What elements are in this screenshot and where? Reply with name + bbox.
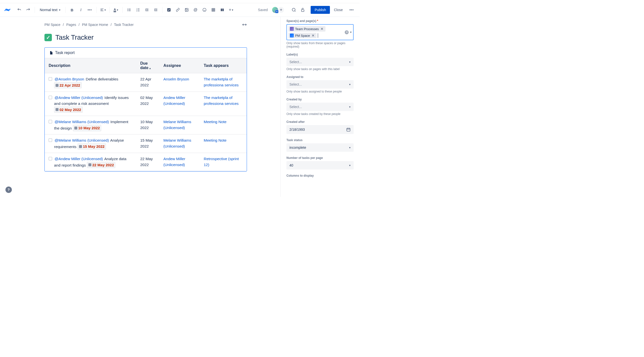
user-mention[interactable]: Andew Miller (Unlicensed) bbox=[54, 95, 104, 100]
undo-button[interactable] bbox=[15, 6, 23, 14]
task-checkbox[interactable] bbox=[49, 120, 52, 123]
numbered-list-button[interactable]: 123 bbox=[134, 6, 142, 14]
page-width-toggle[interactable] bbox=[242, 23, 247, 27]
assigned-to-select[interactable]: Select...▾ bbox=[286, 80, 354, 89]
task-appears-link[interactable]: Retrospective (sprint 12) bbox=[204, 157, 239, 167]
due-date-cell: 22 May 2022 bbox=[136, 153, 160, 171]
macro-title: Task report bbox=[55, 50, 74, 55]
svg-point-0 bbox=[128, 9, 128, 9]
bold-button[interactable]: B bbox=[68, 6, 76, 14]
table-row: Melane Williams (Unlicensed) Implement t… bbox=[45, 116, 247, 134]
due-date-cell: 22 Apr 2022 bbox=[136, 73, 160, 92]
action-item-button[interactable] bbox=[165, 6, 173, 14]
task-report-macro[interactable]: Task report Description Due date▲ Assign… bbox=[44, 47, 247, 171]
user-mention[interactable]: Andew Miller (Unlicensed) bbox=[54, 157, 104, 161]
user-mention[interactable]: Anselm Bryson bbox=[54, 77, 85, 81]
user-mention[interactable]: Melane Williams (Unlicensed) bbox=[54, 120, 110, 124]
help-button[interactable]: ? bbox=[6, 187, 12, 193]
text-style-label: Normal text bbox=[40, 8, 58, 12]
remove-chip-icon[interactable]: ✕ bbox=[320, 27, 324, 31]
avatar[interactable]: S bbox=[272, 6, 278, 13]
link-button[interactable] bbox=[174, 6, 182, 14]
field-help: Only show tasks from these spaces or pag… bbox=[286, 41, 354, 48]
created-after-input[interactable]: 2/18/1993 bbox=[286, 125, 354, 134]
find-button[interactable] bbox=[290, 6, 298, 14]
due-date-cell: 10 May 2022 bbox=[136, 116, 160, 134]
task-status-select[interactable]: incomplete▾ bbox=[286, 143, 354, 152]
chevron-down-icon[interactable]: ▾ bbox=[350, 30, 352, 34]
spaces-pages-field[interactable]: Team Processes✕PM Space✕ ✕ ▾ bbox=[286, 24, 354, 40]
mention-button[interactable]: @ bbox=[192, 6, 200, 14]
col-due-date[interactable]: Due date▲ bbox=[136, 58, 160, 73]
tasks-per-page-select[interactable]: 40▾ bbox=[286, 161, 354, 169]
assignee-link[interactable]: Andew Miller (Unlicensed) bbox=[164, 157, 186, 167]
date-lozenge: 02 May 2022 bbox=[54, 107, 83, 113]
task-appears-link[interactable]: Meeting Note bbox=[204, 120, 226, 124]
collaborators: S + bbox=[272, 6, 284, 13]
breadcrumb-item[interactable]: PM Space Home bbox=[82, 23, 108, 27]
page-title[interactable]: Task Tracker bbox=[55, 33, 94, 41]
image-button[interactable] bbox=[183, 6, 191, 14]
date-lozenge: 22 May 2022 bbox=[87, 162, 116, 168]
due-date-cell: 15 May 2022 bbox=[136, 134, 160, 153]
close-button[interactable]: Close bbox=[331, 6, 346, 14]
breadcrumb-item[interactable]: Task Tracker bbox=[114, 23, 134, 27]
add-collaborator-button[interactable]: + bbox=[278, 6, 284, 13]
text-color-dropdown[interactable]: A▾ bbox=[112, 6, 120, 14]
more-formatting-button[interactable]: ••• bbox=[86, 6, 94, 14]
svg-rect-16 bbox=[212, 8, 215, 11]
task-checkbox[interactable] bbox=[49, 138, 52, 142]
assignee-link[interactable]: Anselm Bryson bbox=[164, 77, 189, 81]
outdent-button[interactable] bbox=[143, 6, 151, 14]
labels-select[interactable]: Select...▾ bbox=[286, 58, 354, 66]
user-mention[interactable]: Melane Williams (Unlicensed) bbox=[54, 138, 110, 142]
svg-rect-21 bbox=[347, 128, 350, 131]
bullet-list-button[interactable] bbox=[125, 6, 133, 14]
task-appears-link[interactable]: The marketpla of professiona services bbox=[204, 77, 238, 87]
assignee-link[interactable]: Andew Miller (Unlicensed) bbox=[164, 95, 186, 106]
task-checkbox[interactable] bbox=[49, 96, 52, 99]
insert-dropdown[interactable]: +▾ bbox=[227, 6, 235, 14]
redo-button[interactable] bbox=[24, 6, 32, 14]
align-dropdown[interactable]: ▾ bbox=[99, 6, 107, 14]
editor-toolbar: Normal text▾ B I ••• ▾ A▾ 123 @ +▾ Saved… bbox=[0, 3, 360, 17]
col-assignee[interactable]: Assignee bbox=[160, 58, 200, 73]
assignee-link[interactable]: Melane Williams (Unlicensed) bbox=[164, 138, 191, 148]
indent-button[interactable] bbox=[152, 6, 160, 14]
svg-point-19 bbox=[292, 8, 295, 11]
task-checkbox[interactable] bbox=[49, 77, 52, 81]
task-appears-link[interactable]: The marketpla of professiona services bbox=[204, 95, 238, 106]
task-table: Description Due date▲ Assignee Task appe… bbox=[45, 58, 247, 171]
breadcrumb: PM Space/ Pages/ PM Space Home/ Task Tra… bbox=[44, 23, 247, 27]
col-task-appears[interactable]: Task appears bbox=[200, 58, 247, 73]
svg-text:3: 3 bbox=[136, 10, 137, 12]
date-lozenge: 22 Apr 2022 bbox=[54, 82, 82, 88]
space-chip[interactable]: PM Space✕ bbox=[288, 33, 316, 38]
emoji-button[interactable] bbox=[200, 6, 208, 14]
task-checkbox[interactable] bbox=[49, 157, 52, 160]
created-by-select[interactable]: Select...▾ bbox=[286, 103, 354, 111]
svg-rect-5 bbox=[129, 10, 131, 11]
table-button[interactable] bbox=[210, 6, 217, 14]
italic-button[interactable]: I bbox=[77, 6, 85, 14]
breadcrumb-item[interactable]: Pages bbox=[66, 23, 76, 27]
space-chip[interactable]: Team Processes✕ bbox=[288, 26, 326, 31]
field-label: Label(s) bbox=[286, 53, 354, 56]
more-actions-button[interactable]: ••• bbox=[348, 6, 356, 14]
text-style-dropdown[interactable]: Normal text▾ bbox=[37, 6, 63, 14]
publish-button[interactable]: Publish bbox=[311, 6, 330, 14]
remove-chip-icon[interactable]: ✕ bbox=[311, 33, 315, 37]
field-label: Columns to display bbox=[286, 174, 354, 177]
permissions-button[interactable] bbox=[299, 6, 307, 14]
svg-point-15 bbox=[203, 8, 206, 11]
clear-all-icon[interactable]: ✕ bbox=[345, 30, 349, 34]
field-help: Only show tasks created by these people bbox=[286, 112, 354, 116]
svg-point-1 bbox=[128, 10, 128, 10]
task-appears-link[interactable]: Meeting Note bbox=[204, 138, 226, 142]
assignee-link[interactable]: Melane Williams (Unlicensed) bbox=[164, 120, 191, 130]
chip-label: Team Processes bbox=[295, 27, 319, 31]
layouts-button[interactable] bbox=[218, 6, 226, 14]
field-help: Only show tasks on pages with this label bbox=[286, 67, 354, 71]
breadcrumb-item[interactable]: PM Space bbox=[44, 23, 60, 27]
col-description[interactable]: Description bbox=[45, 58, 136, 73]
